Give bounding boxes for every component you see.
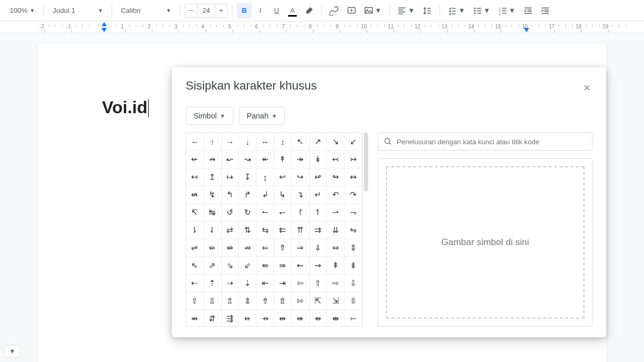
character-cell[interactable]: ↤ [186, 168, 204, 186]
character-cell[interactable]: ⇵ [204, 310, 222, 327]
character-cell[interactable]: ↜ [222, 151, 239, 168]
character-cell[interactable]: ⇔ [327, 239, 345, 257]
draw-symbol-box[interactable]: Gambar simbol di sini [378, 158, 592, 327]
character-cell[interactable]: ↲ [257, 186, 274, 204]
character-cell[interactable]: ⇃ [204, 221, 222, 239]
character-cell[interactable]: ⇍ [204, 239, 222, 257]
align-button[interactable]: ▼ [394, 3, 418, 18]
italic-button[interactable]: I [253, 3, 268, 18]
character-cell[interactable]: ⇚ [257, 257, 274, 275]
character-cell[interactable]: ⇮ [257, 292, 274, 310]
checklist-button[interactable]: ▼ [444, 3, 469, 18]
character-cell[interactable]: ↡ [310, 151, 327, 168]
highlight-button[interactable] [301, 3, 317, 18]
character-cell[interactable]: ⇎ [222, 239, 239, 257]
character-cell[interactable]: ↽ [274, 204, 292, 221]
character-cell[interactable]: ⇢ [222, 275, 239, 292]
character-cell[interactable]: ⇰ [292, 292, 310, 310]
character-cell[interactable]: ⇬ [222, 292, 239, 310]
character-cell[interactable]: ↖ [292, 133, 310, 151]
close-button[interactable]: × [581, 79, 592, 97]
character-cell[interactable]: ⇑ [274, 239, 292, 257]
character-cell[interactable]: ⇸ [257, 310, 274, 327]
character-cell[interactable]: ⇥ [274, 275, 292, 292]
font-size-increase[interactable]: + [215, 6, 227, 14]
character-cell[interactable]: ↿ [310, 204, 327, 221]
font-size-value[interactable]: 24 [197, 4, 215, 17]
underline-button[interactable]: U [269, 3, 284, 18]
decrease-indent-button[interactable] [520, 3, 536, 18]
character-cell[interactable]: ⇼ [327, 310, 345, 327]
paragraph-style-dropdown[interactable]: Judul 1 ▼ [48, 3, 107, 18]
font-size-decrease[interactable]: − [185, 6, 197, 14]
character-cell[interactable]: ⇗ [204, 257, 222, 275]
character-cell[interactable]: ↴ [292, 186, 310, 204]
character-cell[interactable]: ⇷ [239, 310, 257, 327]
line-spacing-button[interactable] [419, 3, 435, 18]
character-cell[interactable]: ← [186, 133, 204, 151]
scrollbar-thumb[interactable] [364, 132, 368, 191]
character-cell[interactable]: ⇻ [310, 310, 327, 327]
character-cell[interactable]: ⇠ [186, 275, 204, 292]
character-cell[interactable]: ↓ [239, 133, 257, 151]
character-cell[interactable]: ↛ [204, 151, 222, 168]
character-cell[interactable]: → [222, 133, 239, 151]
character-cell[interactable]: ↣ [345, 151, 362, 168]
character-cell[interactable]: ↼ [257, 204, 274, 221]
character-cell[interactable]: ⇒ [292, 239, 310, 257]
zoom-dropdown[interactable]: 100% ▼ [5, 3, 39, 18]
bold-button[interactable]: B [237, 3, 252, 18]
character-cell[interactable]: ⇏ [239, 239, 257, 257]
category-dropdown[interactable]: Simbol ▼ [186, 107, 233, 125]
character-cell[interactable]: ⇭ [239, 292, 257, 310]
character-cell[interactable]: ⇁ [345, 204, 362, 221]
character-cell[interactable]: ⇇ [274, 221, 292, 239]
character-cell[interactable]: ⇉ [310, 221, 327, 239]
character-cell[interactable]: ↥ [204, 168, 222, 186]
character-cell[interactable]: ⇡ [204, 275, 222, 292]
character-cell[interactable]: ⇘ [222, 257, 239, 275]
character-cell[interactable]: ⇓ [310, 239, 327, 257]
character-cell[interactable]: ⇦ [292, 275, 310, 292]
character-cell[interactable]: ⇅ [239, 221, 257, 239]
character-cell[interactable]: ⇫ [204, 292, 222, 310]
character-cell[interactable]: ⇽ [345, 310, 362, 327]
font-family-dropdown[interactable]: Calibri ▼ [116, 3, 175, 18]
character-cell[interactable]: ↨ [257, 168, 274, 186]
character-cell[interactable]: ↢ [327, 151, 345, 168]
character-cell[interactable]: ↠ [292, 151, 310, 168]
character-cell[interactable]: ↦ [222, 168, 239, 186]
character-cell[interactable]: ⇐ [257, 239, 274, 257]
character-cell[interactable]: ⇪ [186, 292, 204, 310]
character-cell[interactable]: ↕ [274, 133, 292, 151]
character-cell[interactable]: ↔ [257, 133, 274, 151]
character-cell[interactable]: ↩ [274, 168, 292, 186]
character-cell[interactable]: ⇞ [327, 257, 345, 275]
character-cell[interactable]: ⇆ [257, 221, 274, 239]
character-cell[interactable]: ↚ [186, 151, 204, 168]
add-comment-button[interactable] [343, 3, 360, 18]
character-cell[interactable]: ⇤ [257, 275, 274, 292]
character-cell[interactable]: ↹ [204, 204, 222, 221]
insert-link-button[interactable] [326, 3, 342, 18]
character-cell[interactable]: ↪ [292, 168, 310, 186]
character-cell[interactable]: ↱ [239, 186, 257, 204]
character-cell[interactable]: ⇧ [310, 275, 327, 292]
character-cell[interactable]: ↗ [310, 133, 327, 151]
character-cell[interactable]: ⇈ [292, 221, 310, 239]
character-cell[interactable]: ↘ [327, 133, 345, 151]
ruler-indent-marker-bottom[interactable] [101, 28, 107, 32]
character-cell[interactable]: ↟ [274, 151, 292, 168]
character-cell[interactable]: ⇶ [222, 310, 239, 327]
character-cell[interactable]: ⇙ [239, 257, 257, 275]
character-cell[interactable]: ⇩ [345, 275, 362, 292]
character-cell[interactable]: ⇨ [327, 275, 345, 292]
character-cell[interactable]: ⇺ [292, 310, 310, 327]
character-cell[interactable]: ⇛ [274, 257, 292, 275]
character-cell[interactable]: ⇂ [186, 221, 204, 239]
character-cell[interactable]: ⇀ [327, 204, 345, 221]
bulleted-list-button[interactable]: ▼ [470, 3, 494, 18]
character-cell[interactable]: ↾ [292, 204, 310, 221]
character-cell[interactable]: ⇜ [292, 257, 310, 275]
numbered-list-button[interactable]: 123 ▼ [495, 3, 519, 18]
